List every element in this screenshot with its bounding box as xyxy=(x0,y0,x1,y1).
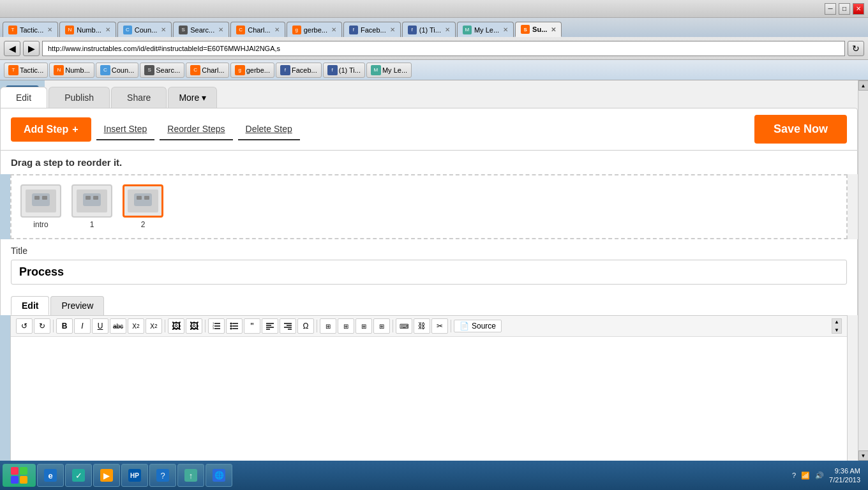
step-image-1[interactable] xyxy=(71,184,112,218)
add-step-button[interactable]: Add Step + xyxy=(11,117,91,142)
step-image-2[interactable] xyxy=(123,184,163,218)
taskbar-up[interactable]: ↑ xyxy=(177,464,204,487)
start-button[interactable] xyxy=(3,464,36,487)
taskbar-play[interactable]: ▶ xyxy=(93,464,120,487)
table-button-4[interactable]: ⊞ xyxy=(373,318,390,334)
step-thumb-intro[interactable]: intro xyxy=(20,184,61,229)
tab-close-5[interactable]: ✕ xyxy=(331,26,336,33)
tab-close-7[interactable]: ✕ xyxy=(445,26,450,33)
tab-close-4[interactable]: ✕ xyxy=(274,26,280,33)
editor-scrollbar[interactable]: ▲ ▼ xyxy=(832,318,842,334)
italic-button[interactable]: I xyxy=(74,318,91,334)
tab-close-6[interactable]: ✕ xyxy=(390,26,395,33)
address-bar-row: ◀ ▶ ↻ xyxy=(0,37,868,60)
taskbar-globe[interactable]: 🌐 xyxy=(206,464,232,487)
bookmark-tactic[interactable]: T Tactic... xyxy=(4,63,48,78)
browser-tab-0[interactable]: T Tactic... ✕ xyxy=(3,22,58,37)
tab-share[interactable]: Share xyxy=(111,87,167,108)
special-chars-button[interactable]: Ω xyxy=(297,318,314,334)
page-scrollbar[interactable]: ▲ ▼ xyxy=(858,80,868,461)
undo-button[interactable]: ↺ xyxy=(16,318,33,334)
tab-close-3[interactable]: ✕ xyxy=(218,26,223,33)
bookmark-faceb[interactable]: f Faceb... xyxy=(276,63,322,78)
superscript-button[interactable]: X2 xyxy=(146,318,162,334)
step-image-intro[interactable] xyxy=(20,184,61,218)
unlink-button[interactable]: ✂ xyxy=(431,318,448,334)
address-input[interactable] xyxy=(42,41,845,56)
insert-step-button[interactable]: Insert Step xyxy=(96,119,155,140)
browser-tab-3[interactable]: S Searc... ✕ xyxy=(173,22,229,37)
minimize-button[interactable]: ─ xyxy=(825,3,836,15)
tab-close-2[interactable]: ✕ xyxy=(161,26,166,33)
tab-close-8[interactable]: ✕ xyxy=(503,26,508,33)
maximize-button[interactable]: □ xyxy=(839,3,850,15)
bookmark-numb[interactable]: N Numb... xyxy=(49,63,94,78)
insert-image2-button[interactable]: 🖼 xyxy=(186,318,202,334)
browser-tab-6[interactable]: f Faceb... ✕ xyxy=(343,22,401,37)
step-thumb-2[interactable]: 2 xyxy=(123,184,163,229)
tab-more[interactable]: More ▾ xyxy=(168,87,217,108)
scroll-down-arrow[interactable]: ▼ xyxy=(858,450,869,461)
browser-tab-1[interactable]: N Numb... ✕ xyxy=(59,22,116,37)
unordered-list-button[interactable] xyxy=(226,318,243,334)
content-tab-edit[interactable]: Edit xyxy=(11,296,49,315)
tray-help-icon[interactable]: ? xyxy=(792,471,796,479)
bold-button[interactable]: B xyxy=(56,318,73,334)
redo-button[interactable]: ↻ xyxy=(34,318,50,334)
svg-point-12 xyxy=(230,325,232,327)
justify-left-button[interactable] xyxy=(262,318,278,334)
refresh-button[interactable]: ↻ xyxy=(848,41,864,56)
insert-image-button[interactable]: 🖼 xyxy=(168,318,184,334)
bookmark-coun[interactable]: C Coun... xyxy=(96,63,138,78)
taskbar-ie[interactable]: e xyxy=(37,464,64,487)
taskbar-help[interactable]: ? xyxy=(149,464,176,487)
justify-right-button[interactable] xyxy=(280,318,296,334)
bookmark-myle[interactable]: M My Le... xyxy=(366,63,412,78)
browser-tab-5[interactable]: g gerbe... ✕ xyxy=(287,22,342,37)
step-label-1: 1 xyxy=(90,220,94,229)
scroll-up-arrow[interactable]: ▲ xyxy=(858,80,869,91)
browser-tab-8[interactable]: M My Le... ✕ xyxy=(457,22,514,37)
scroll-down-icon[interactable]: ▼ xyxy=(832,327,841,333)
tab-close-1[interactable]: ✕ xyxy=(105,26,110,33)
content-tab-preview[interactable]: Preview xyxy=(50,296,104,315)
table-button-2[interactable]: ⊞ xyxy=(338,318,354,334)
link-button[interactable]: ⛓ xyxy=(414,318,430,334)
browser-tab-7[interactable]: f (1) Ti... ✕ xyxy=(402,22,456,37)
subscript-button[interactable]: X2 xyxy=(128,318,144,334)
step-thumb-1[interactable]: 1 xyxy=(71,184,112,229)
taskbar-hp[interactable]: HP xyxy=(121,464,148,487)
browser-tab-4[interactable]: C Charl... ✕ xyxy=(230,22,285,37)
tab-label-0: Tactic... xyxy=(20,26,43,34)
ordered-list-button[interactable]: 123 xyxy=(208,318,225,334)
reorder-steps-button[interactable]: Reorder Steps xyxy=(160,119,232,140)
bookmark-gerbe[interactable]: g gerbe... xyxy=(230,63,274,78)
forward-button[interactable]: ▶ xyxy=(23,41,40,56)
tab-close-0[interactable]: ✕ xyxy=(47,26,52,33)
underline-button[interactable]: U xyxy=(92,318,108,334)
close-button[interactable]: ✕ xyxy=(853,3,864,15)
table-button-1[interactable]: ⊞ xyxy=(320,318,336,334)
scroll-up-icon[interactable]: ▲ xyxy=(832,319,841,325)
blockquote-button[interactable]: " xyxy=(244,318,260,334)
save-now-button[interactable]: Save Now xyxy=(754,115,847,144)
browser-tab-2[interactable]: C Coun... ✕ xyxy=(117,22,172,37)
taskbar-check[interactable]: ✓ xyxy=(65,464,92,487)
editor-body[interactable] xyxy=(11,337,847,461)
bookmark-ti[interactable]: f (1) Ti... xyxy=(323,63,365,78)
table-button-3[interactable]: ⊞ xyxy=(355,318,372,334)
code-button[interactable]: ⌨ xyxy=(396,318,412,334)
tab-favicon-7: f xyxy=(408,26,417,34)
tab-close-9[interactable]: ✕ xyxy=(551,26,556,33)
source-button[interactable]: 📄 Source xyxy=(454,320,502,332)
title-input[interactable] xyxy=(11,260,847,285)
bookmark-charl[interactable]: C Charl... xyxy=(186,63,228,78)
back-button[interactable]: ◀ xyxy=(4,41,20,56)
strikethrough-button[interactable]: abc xyxy=(110,318,126,334)
browser-tab-9[interactable]: S Su... ✕ xyxy=(515,22,562,37)
add-step-plus-icon: + xyxy=(72,124,78,135)
delete-step-button[interactable]: Delete Step xyxy=(238,119,300,140)
tab-publish[interactable]: Publish xyxy=(49,87,110,108)
tab-edit[interactable]: Edit xyxy=(0,87,47,108)
bookmark-searc[interactable]: S Searc... xyxy=(140,63,184,78)
